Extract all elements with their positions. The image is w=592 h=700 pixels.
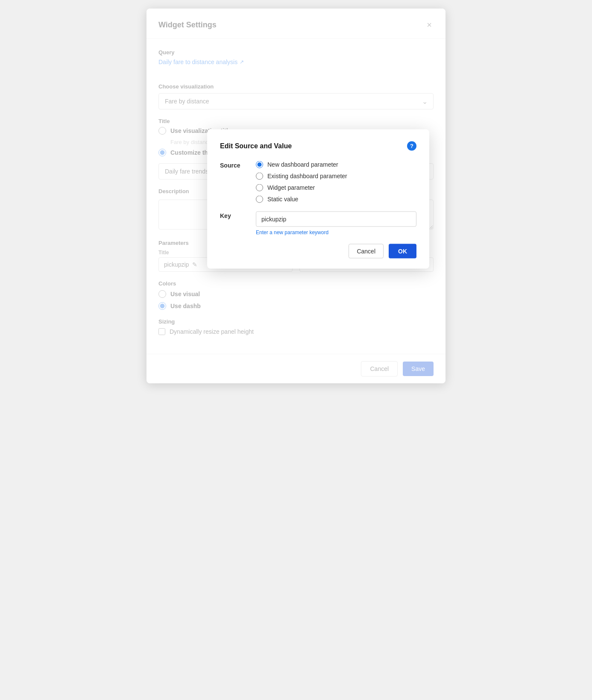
close-button[interactable]: ×	[425, 19, 434, 31]
inner-cancel-button[interactable]: Cancel	[349, 244, 384, 258]
footer-save-button[interactable]: Save	[403, 362, 434, 376]
use-visual-color-radio[interactable]	[158, 290, 166, 298]
modal-footer: Cancel Save	[147, 354, 445, 383]
source-static-value-label: Static value	[267, 196, 298, 203]
use-visual-color-option[interactable]: Use visual	[158, 290, 434, 298]
colors-options: Use visual Use dashb	[158, 290, 434, 310]
source-widget-param-radio[interactable]	[256, 184, 263, 191]
help-icon[interactable]: ?	[407, 141, 416, 150]
inner-dialog-header: Edit Source and Value ?	[220, 141, 416, 150]
colors-label: Colors	[158, 280, 434, 287]
colors-section: Colors Use visual Use dashb	[158, 280, 434, 310]
title-section-label: Title	[158, 118, 434, 124]
footer-cancel-button[interactable]: Cancel	[361, 361, 398, 376]
visualization-label: Choose visualization	[158, 83, 434, 90]
use-visual-color-label: Use visual	[170, 291, 200, 297]
sizing-section: Sizing Dynamically resize panel height	[158, 318, 434, 335]
key-label: Key	[220, 211, 246, 219]
use-dash-color-radio[interactable]	[158, 302, 166, 310]
query-section: Query Daily fare to distance analysis ↗	[158, 49, 434, 75]
source-new-dash-option[interactable]: New dashboard parameter	[256, 161, 347, 168]
inner-ok-button[interactable]: OK	[389, 244, 416, 258]
visualization-select[interactable]: Fare by distance Table Chart Counter	[158, 93, 434, 109]
use-dash-color-label: Use dashb	[170, 303, 201, 309]
external-link-icon: ↗	[240, 59, 244, 65]
visualization-section: Choose visualization Fare by distance Ta…	[158, 83, 434, 109]
key-row: Key Enter a new parameter keyword	[220, 211, 416, 235]
source-static-value-radio[interactable]	[256, 195, 263, 203]
query-link[interactable]: Daily fare to distance analysis ↗	[158, 59, 244, 65]
use-dash-color-option[interactable]: Use dashb	[158, 302, 434, 310]
resize-panel-checkbox[interactable]	[158, 328, 165, 335]
source-widget-param-option[interactable]: Widget parameter	[256, 184, 347, 191]
source-options: New dashboard parameter Existing dashboa…	[256, 161, 347, 203]
source-existing-dash-label: Existing dashboard parameter	[267, 173, 347, 179]
inner-dialog-footer: Cancel OK	[220, 244, 416, 258]
key-input[interactable]	[256, 211, 416, 226]
key-input-wrapper: Enter a new parameter keyword	[256, 211, 416, 235]
resize-panel-label: Dynamically resize panel height	[170, 328, 254, 335]
visualization-dropdown-wrapper: Fare by distance Table Chart Counter ⌄	[158, 93, 434, 109]
edit-source-dialog: Edit Source and Value ? Source New dashb…	[207, 129, 429, 268]
query-link-text: Daily fare to distance analysis	[158, 59, 237, 65]
customize-title-radio[interactable]	[158, 149, 166, 156]
source-static-value-option[interactable]: Static value	[256, 195, 347, 203]
modal-header: Widget Settings ×	[147, 9, 445, 39]
source-widget-param-label: Widget parameter	[267, 184, 315, 191]
param-title-value: pickupzip	[164, 261, 189, 268]
modal-title: Widget Settings	[158, 21, 217, 29]
key-hint: Enter a new parameter keyword	[256, 229, 416, 235]
use-viz-title-radio[interactable]	[158, 127, 166, 135]
resize-panel-option[interactable]: Dynamically resize panel height	[158, 328, 434, 335]
widget-settings-modal: Widget Settings × Query Daily fare to di…	[147, 9, 445, 383]
source-label: Source	[220, 161, 246, 168]
param-title-edit-button[interactable]: ✎	[192, 261, 197, 268]
source-new-dash-radio[interactable]	[256, 161, 263, 168]
source-new-dash-label: New dashboard parameter	[267, 161, 338, 168]
source-existing-dash-option[interactable]: Existing dashboard parameter	[256, 172, 347, 179]
query-label: Query	[158, 49, 434, 56]
inner-dialog-title: Edit Source and Value	[220, 142, 292, 150]
source-row: Source New dashboard parameter Existing …	[220, 161, 416, 203]
source-existing-dash-radio[interactable]	[256, 172, 263, 179]
sizing-label: Sizing	[158, 318, 434, 325]
